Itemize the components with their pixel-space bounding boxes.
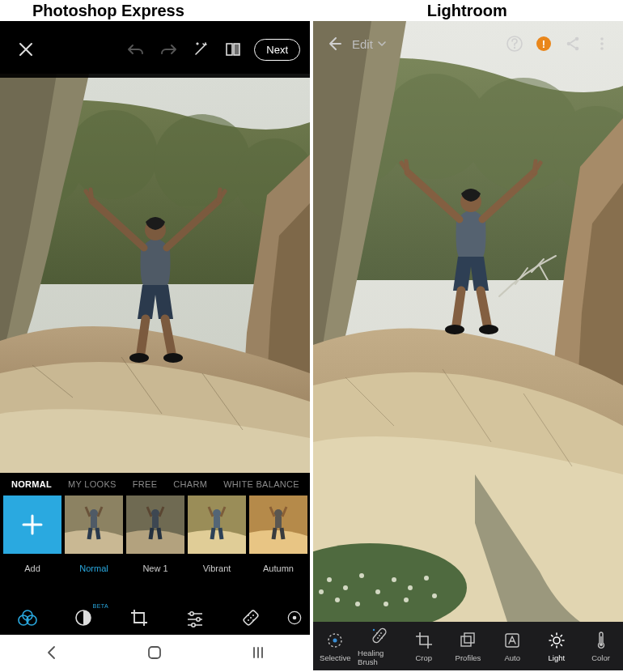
psx-thumb-new1[interactable]: New 1 <box>126 495 184 586</box>
psx-main-photo[interactable] <box>0 74 310 474</box>
psx-tool-adjust-icon[interactable] <box>175 602 215 634</box>
svg-point-34 <box>252 615 254 616</box>
svg-point-33 <box>250 617 252 619</box>
svg-point-46 <box>343 585 348 590</box>
svg-point-28 <box>197 618 200 621</box>
lr-tool-crop[interactable]: Crop <box>402 631 446 662</box>
compare-icon[interactable] <box>217 33 249 66</box>
svg-point-73 <box>381 637 383 639</box>
svg-point-10 <box>163 353 183 363</box>
svg-point-59 <box>445 325 464 334</box>
svg-point-60 <box>479 325 498 334</box>
android-home-icon[interactable] <box>130 644 179 661</box>
lr-tool-label: Selective <box>320 653 351 662</box>
android-nav-bar <box>0 635 310 670</box>
svg-rect-19 <box>214 517 220 528</box>
svg-rect-79 <box>464 633 474 643</box>
svg-rect-38 <box>149 647 160 658</box>
selective-icon <box>326 631 344 650</box>
title-lightroom: Lightroom <box>427 2 507 20</box>
svg-point-72 <box>376 632 378 634</box>
lr-tool-auto[interactable]: Auto <box>490 631 534 662</box>
lr-tool-label: Profiles <box>456 653 481 662</box>
svg-point-51 <box>424 576 429 581</box>
psx-tab-charm[interactable]: CHARM <box>165 479 215 489</box>
svg-point-50 <box>408 585 413 590</box>
redo-icon[interactable] <box>152 33 184 66</box>
chevron-down-icon <box>376 38 388 49</box>
lr-tool-light[interactable]: Light <box>535 631 578 662</box>
psx-tab-free[interactable]: FREE <box>125 479 166 489</box>
next-button[interactable]: Next <box>254 39 300 61</box>
auto-icon <box>503 631 521 650</box>
svg-point-21 <box>274 509 282 517</box>
photoshop-express-screen: Next <box>0 21 310 670</box>
lr-main-photo[interactable] <box>313 21 623 622</box>
psx-thumb-autumn[interactable]: Autumn <box>249 495 307 586</box>
crop-icon <box>415 631 433 650</box>
psx-tool-looks-icon[interactable] <box>7 602 48 634</box>
svg-point-49 <box>392 577 396 582</box>
beta-badge: BETA <box>92 603 108 609</box>
lr-bottom-tools: Selective Healing Brush Crop Profiles Au… <box>313 622 623 670</box>
psx-filter-tabs[interactable]: NORMAL MY LOOKS FREE CHARM WHITE BALANCE <box>0 473 310 495</box>
lr-tool-label: Healing Brush <box>358 649 401 666</box>
lr-mode-label: Edit <box>352 37 373 51</box>
svg-point-15 <box>151 509 159 517</box>
svg-point-18 <box>213 509 221 517</box>
title-photoshop-express: Photoshop Express <box>32 2 184 20</box>
magic-wand-icon[interactable] <box>184 33 217 66</box>
back-arrow-icon[interactable] <box>320 35 349 53</box>
lr-tool-profiles[interactable]: Profiles <box>446 631 490 662</box>
svg-point-29 <box>192 623 195 627</box>
svg-point-37 <box>292 616 296 620</box>
svg-point-54 <box>384 602 388 606</box>
lr-top-bar: Edit ! <box>313 21 623 66</box>
psx-thumb-vibrant[interactable]: Vibrant <box>188 495 246 586</box>
svg-point-68 <box>600 47 604 50</box>
svg-point-9 <box>129 353 149 363</box>
psx-thumb-label: Autumn <box>263 564 294 573</box>
svg-point-76 <box>377 637 379 639</box>
undo-icon[interactable] <box>120 33 152 66</box>
lr-tool-label: Light <box>549 653 566 662</box>
svg-rect-16 <box>152 517 159 528</box>
lr-mode-dropdown[interactable]: Edit <box>352 37 388 51</box>
psx-tab-white-balance[interactable]: WHITE BALANCE <box>215 479 307 489</box>
svg-point-81 <box>553 637 560 644</box>
psx-thumb-label: Vibrant <box>203 564 231 573</box>
svg-point-47 <box>359 573 364 578</box>
svg-point-55 <box>404 598 409 602</box>
android-recents-icon[interactable] <box>234 644 282 661</box>
psx-thumb-label: Add <box>24 564 40 573</box>
warning-badge-icon[interactable]: ! <box>529 29 558 58</box>
psx-thumb-add[interactable]: Add <box>3 495 61 586</box>
svg-rect-0 <box>227 44 232 55</box>
psx-thumb-label: Normal <box>79 564 108 573</box>
psx-tool-effects-icon[interactable]: BETA <box>63 602 104 634</box>
close-icon[interactable] <box>10 33 42 66</box>
psx-tool-more-icon[interactable] <box>286 602 303 634</box>
share-icon[interactable] <box>558 29 587 58</box>
overflow-menu-icon[interactable] <box>587 29 617 58</box>
psx-tab-my-looks[interactable]: MY LOOKS <box>60 479 125 489</box>
color-temp-icon <box>592 631 610 650</box>
svg-point-67 <box>600 42 604 45</box>
help-icon[interactable] <box>500 29 529 58</box>
android-back-icon[interactable] <box>28 644 76 661</box>
svg-point-74 <box>379 635 380 636</box>
psx-tool-heal-icon[interactable] <box>231 602 271 634</box>
lr-tool-label: Auto <box>504 653 520 662</box>
psx-tab-normal[interactable]: NORMAL <box>3 479 60 489</box>
psx-filter-thumbnails[interactable]: Add Normal New 1 Vibrant Autumn <box>0 495 310 586</box>
lr-tool-healing[interactable]: Healing Brush <box>358 626 401 666</box>
psx-tool-crop-icon[interactable] <box>119 602 159 634</box>
svg-point-57 <box>319 589 324 594</box>
lr-tool-color[interactable]: Color <box>579 631 623 662</box>
svg-point-12 <box>90 509 98 517</box>
psx-thumb-normal[interactable]: Normal <box>65 495 123 586</box>
svg-point-53 <box>355 602 360 606</box>
svg-point-35 <box>248 619 249 621</box>
lr-tool-selective[interactable]: Selective <box>313 631 357 662</box>
svg-point-52 <box>335 598 340 602</box>
